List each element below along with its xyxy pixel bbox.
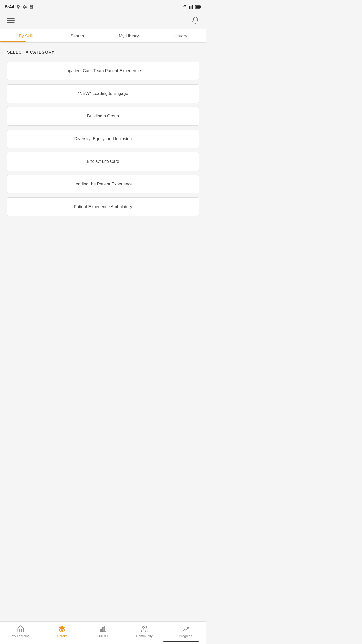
category-item-5[interactable]: End-Of-Life Care — [7, 152, 199, 171]
settings-icon — [23, 5, 27, 9]
status-bar: 5:44 — [0, 0, 206, 13]
category-item-4[interactable]: Diversity, Equity, and Inclusion — [7, 130, 199, 148]
category-item-7[interactable]: Patient Experience Ambulatory — [7, 197, 199, 216]
signal-icon — [189, 5, 194, 9]
tab-search[interactable]: Search — [52, 29, 103, 42]
tab-history[interactable]: History — [155, 29, 206, 42]
header — [0, 13, 206, 29]
status-time: 5:44 — [5, 4, 14, 10]
category-list: Inpatient Care Team Patient Experience *… — [7, 62, 199, 216]
wifi-icon — [183, 4, 188, 9]
main-content: SELECT A CATEGORY Inpatient Care Team Pa… — [0, 43, 206, 221]
tab-by-skill[interactable]: By Skill — [0, 29, 52, 42]
svg-rect-1 — [200, 6, 201, 8]
tab-bar: By Skill Search My Library History — [0, 29, 206, 43]
battery-icon — [195, 5, 201, 9]
svg-rect-2 — [196, 6, 200, 8]
status-left: 5:44 — [5, 4, 34, 10]
category-item-3[interactable]: Building a Group — [7, 107, 199, 126]
location-icon — [16, 5, 21, 9]
clipboard-icon — [29, 5, 34, 9]
category-item-6[interactable]: Leading the Patient Experience — [7, 175, 199, 193]
category-item-1[interactable]: Inpatient Care Team Patient Experience — [7, 62, 199, 80]
notification-bell-button[interactable] — [191, 16, 200, 25]
section-title: SELECT A CATEGORY — [7, 50, 199, 55]
tab-my-library[interactable]: My Library — [103, 29, 155, 42]
status-icons — [183, 4, 201, 9]
category-item-2[interactable]: *NEW* Leading to Engage — [7, 84, 199, 103]
hamburger-menu-button[interactable] — [6, 17, 16, 24]
